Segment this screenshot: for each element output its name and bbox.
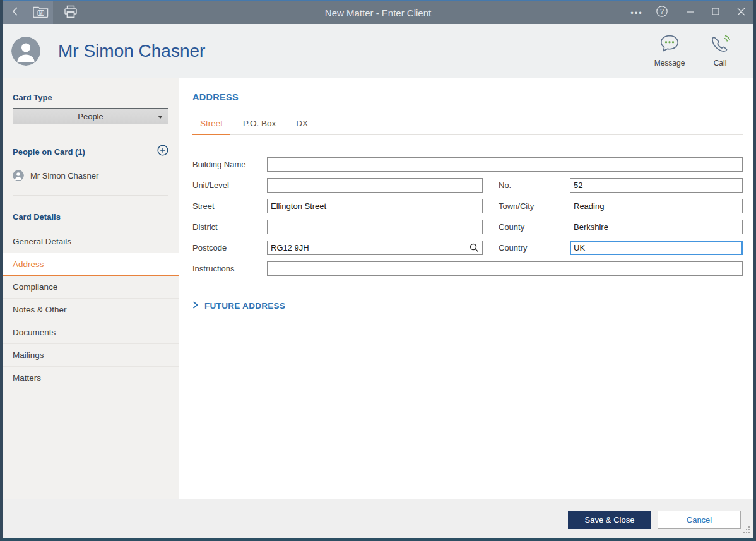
save-close-button[interactable]: Save & Close	[568, 511, 651, 529]
call-label: Call	[714, 59, 727, 68]
person-name: Mr Simon Chasner	[30, 171, 98, 181]
postcode-label: Postcode	[192, 243, 267, 253]
footer: Save & Close Cancel	[3, 499, 753, 538]
street-label: Street	[192, 201, 267, 211]
titlebar-divider	[676, 1, 676, 24]
window-title: New Matter - Enter Client	[325, 8, 431, 18]
person-list-item[interactable]: Mr Simon Chasner	[3, 165, 179, 186]
town-city-field[interactable]	[570, 199, 743, 213]
sidebar: Card Type People People on Card (1)	[3, 78, 179, 499]
form-row: District County	[192, 220, 743, 234]
folder-matter-icon: M	[32, 5, 49, 21]
nav-item-documents[interactable]: Documents	[3, 321, 179, 344]
address-panel: ADDRESS Street P.O. Box DX Building Name…	[179, 78, 753, 499]
address-form: Building Name Unit/Level No. Street Town…	[192, 157, 743, 276]
titlebar-controls: ••• ?	[624, 1, 753, 24]
instructions-field[interactable]	[267, 261, 743, 276]
tab-po-box[interactable]: P.O. Box	[235, 117, 283, 134]
app-window: M New Matter - Enter Client •••	[0, 0, 756, 541]
town-city-label: Town/City	[499, 201, 570, 211]
call-button[interactable]: Call	[700, 34, 740, 68]
chevron-down-icon	[158, 116, 163, 119]
form-row: Unit/Level No.	[192, 178, 743, 193]
building-name-label: Building Name	[192, 160, 267, 169]
people-on-card-label: People on Card (1)	[13, 147, 85, 157]
add-person-button[interactable]	[157, 145, 168, 158]
form-row: Instructions	[192, 261, 743, 276]
page-title: ADDRESS	[192, 92, 743, 102]
card-type-value: People	[78, 112, 103, 121]
back-icon	[11, 6, 20, 19]
titlebar-left-segment: M	[3, 1, 53, 24]
help-icon: ?	[656, 5, 668, 20]
no-label: No.	[499, 181, 570, 190]
street-field[interactable]	[267, 199, 483, 213]
message-button[interactable]: Message	[650, 34, 689, 68]
future-address-toggle[interactable]: FUTURE ADDRESS	[192, 300, 743, 311]
postcode-field[interactable]	[267, 241, 483, 255]
nav-item-mailings[interactable]: Mailings	[3, 344, 179, 367]
client-header: Mr Simon Chasner Message	[3, 24, 753, 78]
sidebar-divider	[13, 195, 168, 196]
card-type-dropdown[interactable]: People	[13, 108, 168, 124]
building-name-field[interactable]	[267, 157, 743, 172]
minimize-icon	[686, 7, 695, 18]
call-icon	[710, 34, 730, 55]
country-field[interactable]	[570, 241, 743, 255]
back-button[interactable]	[3, 1, 28, 24]
more-options-button[interactable]: •••	[624, 1, 649, 24]
maximize-button[interactable]	[703, 1, 728, 24]
future-address-rule	[293, 306, 743, 306]
card-details-nav: General Details Address Compliance Notes…	[3, 230, 179, 389]
country-wrap	[570, 241, 743, 255]
person-avatar	[13, 170, 24, 181]
district-field[interactable]	[267, 220, 483, 234]
district-label: District	[192, 222, 267, 232]
titlebar: M New Matter - Enter Client •••	[3, 0, 753, 24]
address-tabs: Street P.O. Box DX	[192, 117, 743, 135]
add-person-icon	[157, 145, 168, 156]
form-row: Street Town/City	[192, 199, 743, 213]
svg-text:?: ?	[660, 8, 664, 15]
minimize-button[interactable]	[678, 1, 703, 24]
maximize-icon	[711, 7, 720, 18]
content-area: Card Type People People on Card (1)	[3, 78, 753, 499]
print-icon	[63, 4, 78, 21]
instructions-label: Instructions	[192, 264, 267, 273]
matter-folder-button[interactable]: M	[28, 1, 53, 24]
card-type-label: Card Type	[13, 93, 168, 102]
future-address-label: FUTURE ADDRESS	[204, 301, 285, 311]
close-icon	[736, 7, 746, 19]
nav-item-notes-other[interactable]: Notes & Other	[3, 299, 179, 321]
country-label: Country	[499, 243, 570, 253]
resize-grip[interactable]	[743, 525, 750, 536]
unit-level-field[interactable]	[267, 178, 483, 193]
client-name: Mr Simon Chasner	[58, 41, 205, 61]
tab-dx[interactable]: DX	[288, 117, 316, 134]
county-field[interactable]	[570, 220, 743, 234]
header-actions: Message Call	[650, 34, 740, 68]
nav-item-compliance[interactable]: Compliance	[3, 276, 179, 299]
message-label: Message	[654, 59, 685, 68]
message-icon	[659, 34, 680, 55]
svg-text:M: M	[38, 11, 42, 15]
close-button[interactable]	[728, 1, 753, 24]
client-avatar	[11, 37, 40, 66]
search-icon[interactable]	[470, 243, 479, 255]
nav-item-general-details[interactable]: General Details	[3, 230, 179, 253]
help-button[interactable]: ?	[649, 1, 675, 24]
chevron-right-icon	[192, 300, 198, 311]
unit-level-label: Unit/Level	[192, 181, 267, 190]
cancel-button[interactable]: Cancel	[658, 511, 741, 529]
nav-item-address[interactable]: Address	[3, 253, 179, 276]
no-field[interactable]	[570, 178, 743, 193]
nav-item-matters[interactable]: Matters	[3, 367, 179, 389]
form-row: Building Name	[192, 157, 743, 172]
county-label: County	[499, 222, 570, 232]
card-details-label: Card Details	[13, 212, 168, 222]
form-row: Postcode Country	[192, 241, 743, 255]
postcode-wrap	[267, 241, 483, 255]
tab-street[interactable]: Street	[192, 117, 230, 135]
print-button[interactable]	[58, 1, 83, 24]
more-options-icon: •••	[630, 8, 643, 18]
